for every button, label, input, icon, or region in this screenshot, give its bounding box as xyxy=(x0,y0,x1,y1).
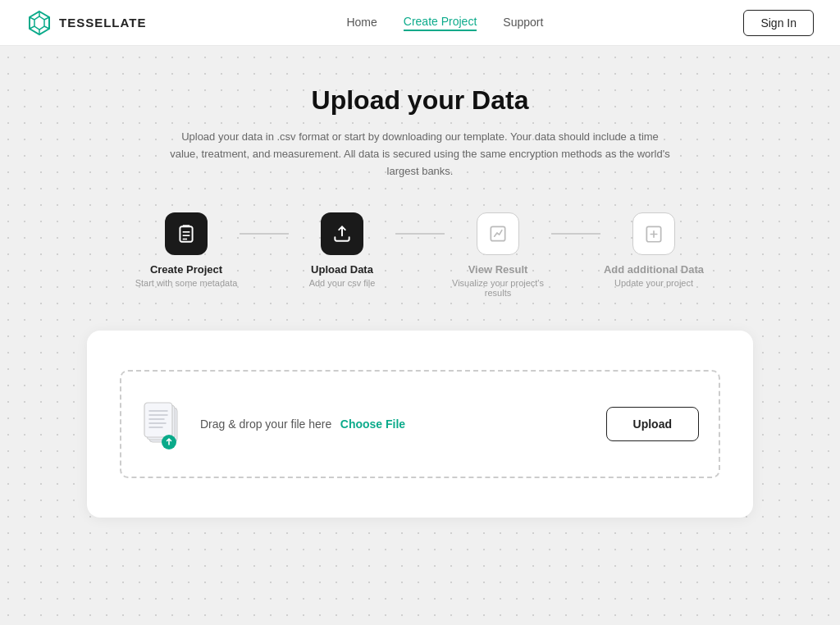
page-title: Upload your Data xyxy=(87,85,753,116)
page-subtitle: Upload your data in .csv format or start… xyxy=(166,129,674,180)
step-upload-data-sub: Add your csv file xyxy=(309,278,376,288)
upload-icon xyxy=(331,223,353,244)
nav-home[interactable]: Home xyxy=(346,16,377,30)
nav-support[interactable]: Support xyxy=(503,16,543,30)
step-add-data-icon-wrap xyxy=(632,212,675,255)
nav-links: Home Create Project Support xyxy=(346,15,543,31)
svg-rect-18 xyxy=(144,403,172,437)
file-stack-icon xyxy=(141,401,187,450)
nav-create-project[interactable]: Create Project xyxy=(404,15,477,31)
step-view-result-icon-wrap xyxy=(477,212,519,255)
step-add-data: Add additional Data Update your project xyxy=(600,212,707,288)
connector-3 xyxy=(551,233,600,235)
main-content: Upload your Data Upload your data in .cs… xyxy=(67,46,773,550)
logo-text: TESSELLATE xyxy=(59,16,146,30)
logo: TESSELLATE xyxy=(26,10,146,36)
connector-1 xyxy=(240,233,289,235)
sign-in-button[interactable]: Sign In xyxy=(743,10,814,36)
logo-icon xyxy=(26,10,52,36)
svg-marker-1 xyxy=(34,16,44,30)
choose-file-link[interactable]: Choose File xyxy=(340,417,405,431)
upload-card: Drag & drop your file here Choose File U… xyxy=(87,331,753,518)
clipboard-icon xyxy=(176,223,197,244)
upload-button[interactable]: Upload xyxy=(606,407,699,441)
step-view-result-sub: Visualize your project's results xyxy=(445,278,551,298)
drop-text-wrap: Drag & drop your file here Choose File xyxy=(200,417,405,431)
step-create-project-icon-wrap xyxy=(165,212,208,255)
step-view-result: View Result Visualize your project's res… xyxy=(445,212,551,298)
step-create-project-label: Create Project xyxy=(150,263,222,276)
steps-bar: Create Project Start with some metadata … xyxy=(87,212,753,298)
step-upload-data-label: Upload Data xyxy=(311,263,373,276)
step-add-data-label: Add additional Data xyxy=(604,263,704,276)
navbar: TESSELLATE Home Create Project Support S… xyxy=(0,0,840,46)
connector-2 xyxy=(395,233,445,235)
file-illustration xyxy=(141,401,184,447)
step-view-result-label: View Result xyxy=(468,263,528,276)
add-data-icon xyxy=(643,223,664,244)
step-create-project-sub: Start with some metadata xyxy=(135,278,238,288)
drop-text: Drag & drop your file here xyxy=(200,417,331,431)
step-create-project: Create Project Start with some metadata xyxy=(133,212,240,288)
drop-zone[interactable]: Drag & drop your file here Choose File U… xyxy=(120,370,720,478)
step-upload-data: Upload Data Add your csv file xyxy=(289,212,395,288)
chart-icon xyxy=(487,223,509,244)
drop-zone-left: Drag & drop your file here Choose File xyxy=(141,401,405,447)
step-upload-data-icon-wrap xyxy=(321,212,363,255)
step-add-data-sub: Update your project xyxy=(614,278,693,288)
